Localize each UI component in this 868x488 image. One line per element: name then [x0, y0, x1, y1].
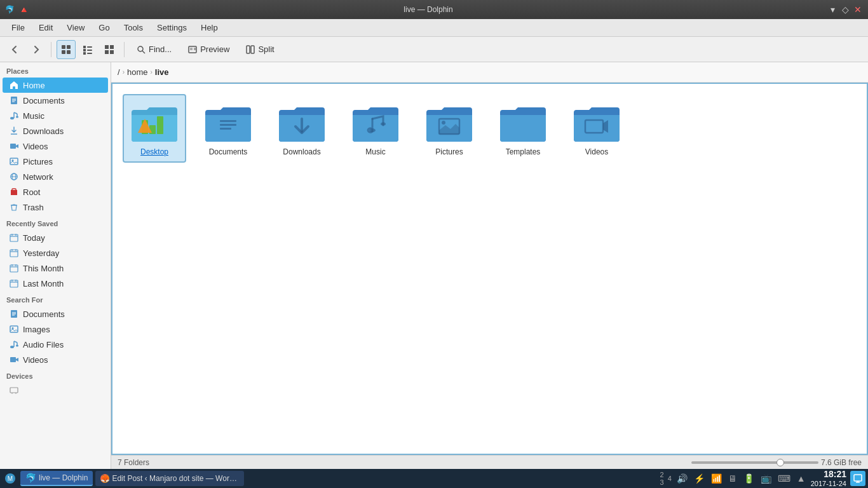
sidebar-item-music[interactable]: Music [3, 108, 108, 123]
recently-saved-header: Recently Saved [0, 215, 111, 230]
sidebar-item-search-videos-label: Videos [23, 355, 48, 365]
svg-rect-6 [83, 49, 86, 51]
preview-button[interactable]: Preview [181, 40, 236, 59]
up-arrow-tray[interactable]: ▲ [796, 473, 807, 484]
menu-settings[interactable]: Settings [151, 21, 193, 34]
svg-rect-47 [10, 265, 18, 272]
sidebar-item-network[interactable]: Network [3, 169, 108, 184]
svg-point-79 [381, 123, 386, 126]
svg-rect-8 [83, 52, 86, 55]
menu-tools[interactable]: Tools [118, 21, 149, 34]
folder-item-templates[interactable]: Templates [491, 94, 555, 163]
zoom-slider-thumb[interactable] [776, 459, 784, 466]
battery-tray-icon[interactable]: 🔋 [742, 473, 756, 484]
svg-rect-43 [10, 250, 18, 257]
sidebar-item-downloads[interactable]: Downloads [3, 123, 108, 139]
svg-rect-17 [190, 48, 193, 50]
folder-grid: Desktop Documents [123, 94, 857, 163]
find-button[interactable]: Find... [130, 40, 179, 59]
svg-rect-85 [854, 475, 862, 481]
taskbar: M 🐬 live — Dolphin 🦊 Edit Post ‹ Manjaro… [0, 469, 868, 488]
breadcrumb-current[interactable]: live [155, 67, 169, 77]
back-button[interactable] [5, 40, 24, 59]
device-icon [9, 385, 19, 395]
svg-rect-5 [87, 46, 92, 48]
sidebar-item-trash[interactable]: Trash [3, 200, 108, 215]
show-desktop-button[interactable] [850, 471, 865, 486]
folder-item-videos[interactable]: Videos [565, 94, 628, 163]
monitor-tray-icon[interactable]: 📺 [759, 473, 773, 484]
svg-rect-72 [157, 116, 163, 134]
menu-file[interactable]: File [5, 21, 31, 34]
clock-time: 18:21 [824, 469, 846, 480]
sidebar-item-pictures[interactable]: Pictures [3, 154, 108, 169]
sidebar-item-search-documents[interactable]: Documents [3, 306, 108, 322]
app-icon: 🐬 [5, 5, 15, 14]
svg-rect-12 [105, 50, 109, 54]
sidebar-item-search-images[interactable]: Images [3, 322, 108, 337]
menu-help[interactable]: Help [194, 21, 224, 34]
trash-icon [9, 202, 19, 212]
wifi-tray-icon[interactable]: 📶 [710, 473, 723, 484]
menu-view[interactable]: View [60, 21, 91, 34]
sidebar-item-yesterday[interactable]: Yesterday [3, 245, 108, 261]
split-button[interactable]: Split [239, 40, 281, 59]
sidebar-item-this-month-label: This Month [23, 264, 64, 273]
dolphin-taskbar-icon: 🐬 [25, 473, 36, 483]
taskbar-app-dolphin[interactable]: 🐬 live — Dolphin [20, 471, 93, 486]
taskbar-num-top: 2 [660, 471, 664, 478]
forward-button[interactable] [27, 40, 46, 59]
svg-rect-74 [220, 120, 236, 122]
sidebar-item-today[interactable]: Today [3, 230, 108, 245]
minimize-button[interactable]: ▾ [827, 4, 837, 15]
sidebar-item-videos-label: Videos [23, 142, 48, 151]
sidebar-item-videos[interactable]: Videos [3, 139, 108, 154]
folder-item-desktop[interactable]: Desktop [123, 94, 186, 163]
svg-rect-10 [105, 45, 109, 49]
bluetooth-tray-icon[interactable]: ⚡ [693, 473, 706, 484]
folder-music-label: Music [365, 147, 385, 156]
breadcrumb-root[interactable]: / [118, 67, 120, 77]
svg-rect-2 [62, 50, 65, 54]
svg-rect-75 [220, 124, 236, 126]
folder-item-downloads[interactable]: Downloads [270, 94, 334, 163]
taskbar-app-firefox[interactable]: 🦊 Edit Post ‹ Manjaro dot site — WordPre… [95, 471, 244, 486]
sidebar-item-search-videos[interactable]: Videos [3, 352, 108, 367]
svg-rect-32 [10, 144, 16, 149]
folder-item-music[interactable]: Music [344, 94, 407, 163]
sidebar-item-last-month[interactable]: Last Month [3, 276, 108, 291]
view-details-button[interactable] [78, 40, 97, 59]
breadcrumb-root-label: / [118, 67, 120, 77]
places-header: Places [0, 62, 111, 78]
menu-edit[interactable]: Edit [32, 21, 59, 34]
network-tray-icon[interactable]: 🖥 [727, 473, 738, 484]
menu-go[interactable]: Go [92, 21, 116, 34]
breadcrumb-sep-1: › [123, 69, 125, 76]
file-area[interactable]: Desktop Documents [111, 83, 868, 455]
sidebar-item-root[interactable]: Root [3, 184, 108, 200]
sidebar-item-this-month[interactable]: This Month [3, 261, 108, 276]
close-button[interactable]: ✕ [853, 4, 863, 15]
view-compact-button[interactable] [100, 40, 119, 59]
sidebar-item-search-images-label: Images [23, 325, 50, 334]
svg-point-61 [10, 346, 14, 348]
svg-point-65 [16, 345, 18, 347]
svg-rect-66 [10, 357, 16, 362]
folder-item-pictures[interactable]: Pictures [417, 94, 481, 163]
restore-button[interactable]: ◇ [840, 4, 850, 15]
keyboard-tray-icon[interactable]: ⌨ [776, 473, 792, 484]
folder-item-documents[interactable]: Documents [196, 94, 260, 163]
audio-tray-icon[interactable]: 🔊 [675, 473, 689, 484]
sidebar-item-search-audio[interactable]: Audio Files [3, 337, 108, 352]
clock[interactable]: 18:21 2017-11-24 [811, 469, 846, 488]
view-icons-button[interactable] [57, 40, 76, 59]
start-button[interactable]: M [3, 471, 18, 486]
zoom-slider-track[interactable] [691, 461, 818, 464]
breadcrumb-home[interactable]: home [127, 67, 148, 77]
svg-rect-0 [62, 45, 65, 49]
this-month-icon [9, 263, 19, 273]
svg-rect-20 [247, 46, 250, 53]
sidebar-item-device-1[interactable] [3, 383, 108, 398]
sidebar-item-documents[interactable]: Documents [3, 93, 108, 108]
sidebar-item-home[interactable]: Home [3, 78, 108, 93]
